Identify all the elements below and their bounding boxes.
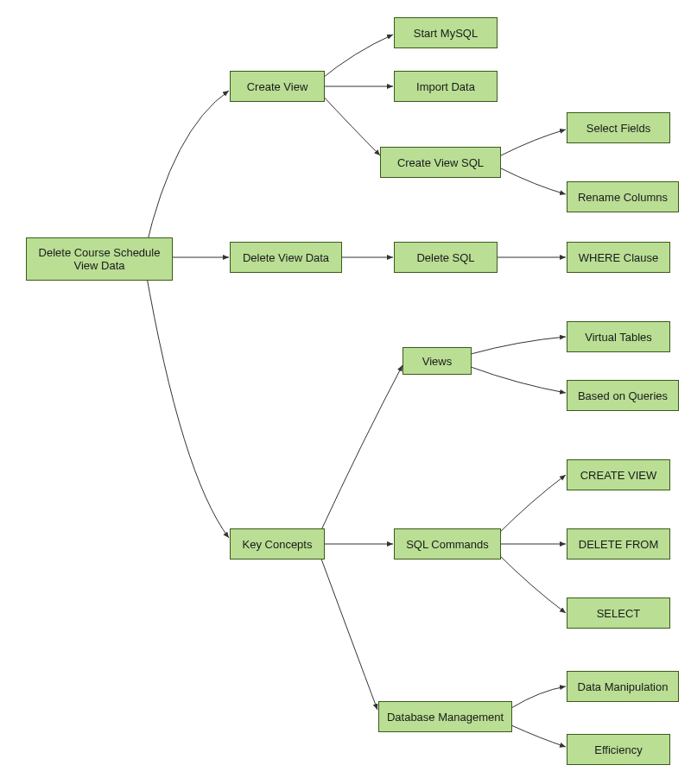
node-start-mysql: Start MySQL xyxy=(394,17,498,48)
node-based-on-queries: Based on Queries xyxy=(567,380,679,411)
node-create-view-sql: Create View SQL xyxy=(380,147,501,178)
node-rename-columns: Rename Columns xyxy=(567,181,679,212)
node-delete-from-cmd: DELETE FROM xyxy=(567,528,670,560)
node-root: Delete Course Schedule View Data xyxy=(26,237,173,281)
node-efficiency: Efficiency xyxy=(567,734,670,765)
node-virtual-tables: Virtual Tables xyxy=(567,321,670,352)
node-select-cmd: SELECT xyxy=(567,597,670,629)
node-delete-sql: Delete SQL xyxy=(394,242,498,273)
node-key-concepts: Key Concepts xyxy=(230,528,325,560)
node-delete-view-data: Delete View Data xyxy=(230,242,342,273)
node-data-manipulation: Data Manipulation xyxy=(567,671,679,702)
node-import-data: Import Data xyxy=(394,71,498,102)
node-where-clause: WHERE Clause xyxy=(567,242,670,273)
node-create-view-cmd: CREATE VIEW xyxy=(567,459,670,490)
node-views: Views xyxy=(403,347,472,375)
node-create-view: Create View xyxy=(230,71,325,102)
node-sql-commands: SQL Commands xyxy=(394,528,501,560)
node-select-fields: Select Fields xyxy=(567,112,670,143)
node-database-management: Database Management xyxy=(378,701,512,732)
